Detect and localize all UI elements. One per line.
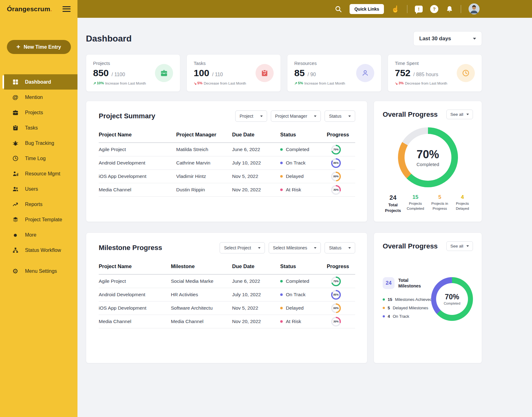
project-summary-card: Project Summary Project Project Manager … [86,101,367,222]
page-header: Dashboard Last 30 days [86,31,482,46]
sidebar-item-reports[interactable]: Reports [0,197,77,212]
feedback-icon[interactable]: ! [415,6,423,12]
quick-links-button[interactable]: Quick Links [350,4,384,14]
projects-in-progress-stat: 5 Projects in Progress [428,194,452,213]
progress-ring: 50% [331,172,341,181]
trend-arrow-icon: ↘ [194,81,197,86]
clock-icon [457,64,475,82]
milestone-progress-card: Milestone Progress Select Project Select… [86,233,367,363]
status-filter-dropdown[interactable]: Status [325,242,355,253]
milestone-cell: Software Architectu [171,305,232,311]
sidebar-item-resource-mgmt[interactable]: Resource Mgmt [0,166,77,181]
search-icon[interactable] [335,5,342,13]
sidebar-item-tasks[interactable]: Tasks [0,120,77,135]
sidebar-item-label: Reports [25,202,42,207]
stat-value: 850 [93,68,109,78]
select-project-dropdown[interactable]: Select Project [220,242,265,253]
projects-delayed-stat: 4 Projects Delayed [452,194,473,213]
total-milestones-badge: 24 [383,277,395,289]
see-all-dropdown[interactable]: See all [446,241,473,251]
sidebar-item-bug-tracking[interactable]: Bug Tracking [0,135,77,151]
project-manager-filter-dropdown[interactable]: Project Manager [271,110,321,122]
projects-completed-stat: 15 Projects Completed [403,194,428,213]
sidebar-item-label: Menu Settings [25,268,57,274]
due-date-cell: July 10, 2022 [232,160,280,166]
status-dot [280,307,283,309]
users-icon [12,186,19,193]
sidebar: Órangescrum. + New Time Entry Dashboard … [0,0,77,417]
status-filter-dropdown[interactable]: Status [325,110,355,122]
new-time-entry-button[interactable]: + New Time Entry [7,40,71,54]
stat-total: / 885 hours [413,72,438,77]
project-manager-cell: Dustin Rippin [176,187,232,193]
due-date-cell: July 10, 2022 [232,292,280,297]
legend-dot [383,307,385,309]
clock-icon [12,155,19,162]
table-row: iOS App Development Vladimir Hintz Nov 5… [99,170,355,183]
due-date-cell: Nov 5, 2022 [232,305,280,311]
due-date-cell: Nov 20, 2022 [232,187,280,193]
layers-icon [12,216,19,223]
status-cell: Completed [280,278,327,284]
progress-cell: 85% [327,290,355,300]
status-dot [280,175,283,178]
status-cell: On Track [280,292,327,297]
table-header-row: Project Name Milestone Due Date Status P… [99,263,355,275]
sidebar-item-time-log[interactable]: Time Log [0,151,77,166]
sidebar-item-more[interactable]: ● More [0,227,77,243]
progress-ring: 85% [331,290,341,300]
sidebar-item-users[interactable]: Users [0,181,77,197]
status-cell: Delayed [280,174,327,179]
milestones-progress-body: 24 Total Milestones 15 Milestones Achiev… [383,277,473,321]
notifications-bell-icon[interactable] [446,5,453,13]
sidebar-item-mention[interactable]: @ Mention [0,90,77,105]
donut-center-value: 70% [445,293,459,301]
sidebar-item-projects[interactable]: Projects [0,105,77,120]
user-avatar[interactable] [469,3,480,14]
main-area: Quick Links ☝ ! ? Dashboard Last 30 days… [77,0,532,417]
sidebar-item-status-workflow[interactable]: Status Workflow [0,243,77,258]
stat-trend: ↗5% Increase from Last Month [294,81,374,86]
progress-ring: 70% [331,277,341,286]
chevron-down-icon [466,245,469,247]
pointer-hand-icon[interactable]: ☝ [391,6,400,12]
trend-arrow-icon: ↗ [93,81,96,86]
milestone-filters: Select Project Select Milestones Status [220,242,355,253]
stat-card-time-spent: Time Spent 752 / 885 hours ↘3% Decrease … [388,54,482,92]
milestone-table: Project Name Milestone Due Date Status P… [99,263,355,328]
overall-progress-title: Overall Progress [383,110,438,119]
sidebar-item-project-template[interactable]: Project Template [0,212,77,227]
hamburger-menu-icon[interactable] [62,5,71,13]
donut-center-value: 70% [416,148,439,161]
sidebar-item-label: Mention [25,95,43,100]
sidebar-item-label: Project Template [25,217,62,223]
legend-item: 15 Milestones Achieved [383,297,431,302]
chevron-down-icon [314,115,316,117]
project-filter-dropdown[interactable]: Project [235,110,267,122]
project-name-cell: Android Development [99,160,176,166]
sidebar-item-menu-settings[interactable]: ⚙ Menu Settings [0,263,77,279]
help-icon[interactable]: ? [430,5,438,13]
table-row: Media Channel Media Channel Nov 20, 2022… [99,315,355,328]
progress-cell: 30% [327,185,355,195]
sidebar-item-label: Time Log [25,156,46,161]
status-dot [280,148,283,151]
stat-total: / 110 [212,72,223,77]
project-summary-table: Project Name Project Manager Due Date St… [99,132,355,197]
sidebar-item-label: Tasks [25,125,38,131]
date-range-value: Last 30 days [419,36,451,42]
date-range-dropdown[interactable]: Last 30 days [413,31,482,46]
sidebar-item-label: Status Workflow [25,248,61,253]
chevron-down-icon [466,114,469,115]
project-name-cell: Android Development [99,292,171,297]
see-all-dropdown[interactable]: See all [446,110,473,119]
clipboard-check-icon [256,64,274,82]
summary-row: Project Summary Project Project Manager … [86,101,482,222]
sidebar-item-label: Projects [25,110,43,115]
sidebar-header: Órangescrum. [0,0,77,18]
stat-trend: ↘5% Decrease from Last Month [194,81,274,86]
project-manager-cell: Matilda Streich [176,147,232,152]
sidebar-item-dashboard[interactable]: Dashboard [0,74,77,90]
select-milestones-dropdown[interactable]: Select Milestones [269,242,321,253]
progress-ring: 70% [331,145,341,155]
